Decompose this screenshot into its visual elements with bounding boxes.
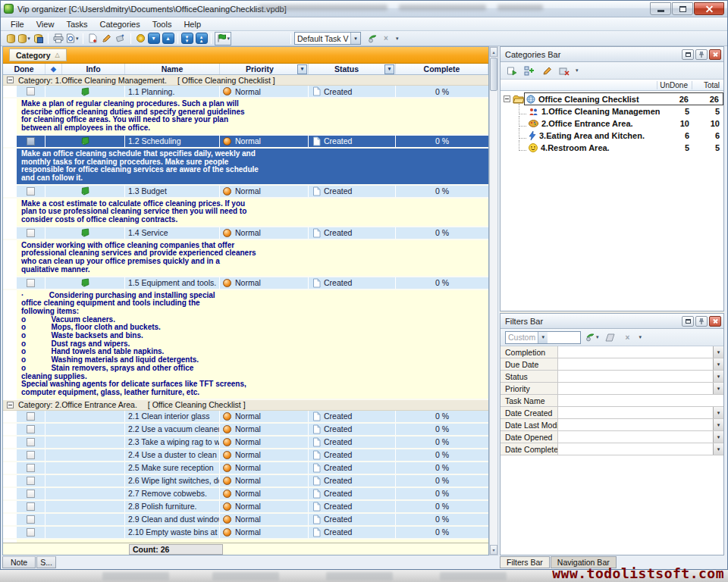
- panel-pin-button[interactable]: [695, 316, 708, 327]
- task-row[interactable]: 2.1 Clean interior glassNormalCreated0 %: [3, 411, 488, 424]
- priority-filter-button[interactable]: ▾: [297, 64, 307, 74]
- filter-value-field[interactable]: [558, 419, 713, 430]
- panel-close-button[interactable]: [709, 49, 721, 60]
- task-row[interactable]: 2.10 Empty waste bins at theNormalCreate…: [3, 527, 488, 540]
- done-checkbox[interactable]: [27, 528, 35, 537]
- task-row[interactable]: 2.4 Use a duster to cleanNormalCreated0 …: [3, 449, 488, 462]
- scroll-thumb[interactable]: [490, 58, 497, 91]
- restore-button[interactable]: [672, 2, 693, 15]
- done-checkbox[interactable]: [27, 279, 35, 287]
- task-row[interactable]: 2.2 Use a vacuum cleaner toNormalCreated…: [3, 424, 488, 436]
- category-tree-item[interactable]: 3.Eating Area and Kitchen.66: [500, 130, 723, 142]
- task-row[interactable]: 2.6 Wipe light switches, doorNormalCreat…: [3, 475, 488, 488]
- filter-value-field[interactable]: [558, 383, 713, 394]
- new-task-button[interactable]: [86, 32, 100, 45]
- menu-tasks[interactable]: Tasks: [61, 19, 93, 30]
- done-checkbox[interactable]: [27, 187, 35, 196]
- done-checkbox[interactable]: [27, 515, 35, 524]
- filter-dropdown-button[interactable]: ▾: [713, 358, 723, 370]
- open-database-button[interactable]: ▾: [17, 32, 31, 45]
- checklist-root-row[interactable]: Office Cleaning Checklist2626: [500, 92, 723, 105]
- column-header-status[interactable]: Status ▾: [309, 64, 396, 74]
- column-header-name[interactable]: Name: [125, 64, 220, 74]
- toolbar-overflow-icon[interactable]: ▾: [396, 36, 399, 42]
- done-checkbox[interactable]: [27, 464, 35, 472]
- task-view-dropdown-button[interactable]: ▾: [350, 33, 360, 44]
- panel-close-button[interactable]: [709, 316, 721, 327]
- panel-restore-button[interactable]: [682, 49, 694, 60]
- filter-value-field[interactable]: [558, 371, 713, 382]
- attachment-column-header[interactable]: ◆: [46, 64, 62, 74]
- filter-dropdown-button[interactable]: ▾: [713, 419, 723, 430]
- task-row[interactable]: 1.4 ServiceNormalCreated0 %: [3, 227, 488, 240]
- column-header-total[interactable]: Total: [692, 81, 723, 89]
- task-row[interactable]: 1.5 Equipment and tools.NormalCreated0 %: [3, 277, 488, 290]
- task-row[interactable]: 2.9 Clean and dust windowNormalCreated0 …: [3, 514, 488, 527]
- task-row[interactable]: 2.5 Make sure receptionNormalCreated0 %: [3, 462, 488, 475]
- categories-toolbar-overflow-icon[interactable]: ▾: [576, 67, 579, 74]
- delete-task-button[interactable]: [114, 32, 127, 45]
- panel-pin-button[interactable]: [695, 49, 708, 60]
- edit-category-button[interactable]: [540, 64, 554, 77]
- complete-task-button[interactable]: [134, 32, 148, 45]
- category-group-row[interactable]: Category: 1.Office Cleaning Management.[…: [3, 75, 488, 86]
- categories-bar-header[interactable]: Categories Bar: [500, 47, 723, 62]
- view-flag-button[interactable]: ▾: [215, 32, 232, 45]
- filter-value-field[interactable]: [558, 431, 713, 443]
- task-row[interactable]: 1.2 SchedulingNormalCreated0 %: [3, 136, 488, 149]
- task-row[interactable]: 2.3 Take a wiping rag to washNormalCreat…: [3, 436, 488, 449]
- column-header-info[interactable]: Info: [62, 64, 125, 74]
- tab-note[interactable]: Note: [2, 556, 36, 568]
- task-row[interactable]: 2.8 Polish furniture.NormalCreated0 %: [3, 501, 488, 514]
- collapse-expander-icon[interactable]: [7, 402, 14, 408]
- column-header-complete[interactable]: Complete: [396, 64, 488, 74]
- filter-dropdown-button[interactable]: ▾: [713, 383, 723, 394]
- done-checkbox[interactable]: [27, 502, 35, 511]
- move-down-button[interactable]: ▾: [148, 33, 160, 44]
- scroll-up-button[interactable]: ▴: [490, 47, 497, 57]
- column-header-undone[interactable]: UnDone: [657, 81, 692, 89]
- done-checkbox[interactable]: [27, 87, 35, 95]
- filter-dropdown-button[interactable]: ▾: [713, 346, 723, 358]
- move-up-button[interactable]: ▴: [162, 33, 174, 44]
- column-header-done[interactable]: Done: [3, 64, 46, 74]
- new-database-button[interactable]: [4, 32, 17, 45]
- category-tree-item[interactable]: 1.Office Cleaning Management.55: [500, 105, 723, 117]
- filter-dropdown-button[interactable]: ▾: [713, 443, 723, 455]
- filter-preset-dropdown-button[interactable]: ▾: [538, 332, 548, 343]
- clear-filter-button[interactable]: [604, 330, 617, 344]
- status-filter-button[interactable]: ▾: [384, 64, 394, 74]
- save-database-button[interactable]: [31, 32, 45, 45]
- filter-value-field[interactable]: [558, 358, 713, 370]
- tab-s[interactable]: S...: [36, 556, 56, 568]
- menu-file[interactable]: File: [5, 19, 30, 30]
- panel-restore-button[interactable]: [682, 316, 694, 327]
- new-category-button[interactable]: [522, 64, 536, 77]
- clear-view-button[interactable]: ×: [379, 32, 393, 45]
- category-tree-item[interactable]: 2.Office Entrance Area.1010: [500, 117, 723, 130]
- filter-value-field[interactable]: [558, 407, 713, 418]
- scroll-down-button[interactable]: ▾: [490, 545, 497, 555]
- move-to-top-button[interactable]: ▴▴: [196, 33, 208, 44]
- column-header-priority[interactable]: Priority ▾: [220, 64, 309, 74]
- filter-dropdown-button[interactable]: ▾: [713, 431, 723, 443]
- task-row[interactable]: 1.1 Planning.NormalCreated0 %: [3, 86, 488, 99]
- apply-view-button[interactable]: [366, 32, 379, 45]
- collapse-expander-icon[interactable]: [504, 95, 510, 102]
- category-group-row[interactable]: Category: 2.Office Entrance Area.[ Offic…: [3, 400, 488, 411]
- task-row[interactable]: 1.3 BudgetNormalCreated0 %: [3, 186, 488, 199]
- done-checkbox[interactable]: [27, 477, 35, 485]
- done-checkbox[interactable]: [27, 425, 35, 433]
- delete-filter-button[interactable]: ×: [621, 330, 635, 344]
- filter-value-field[interactable]: [558, 395, 723, 406]
- tab-filters-bar[interactable]: Filters Bar: [500, 556, 550, 568]
- filter-value-field[interactable]: [558, 346, 713, 358]
- menu-categories[interactable]: Categories: [95, 19, 146, 30]
- category-tree-item[interactable]: 4.Restroom Area.55: [500, 142, 723, 154]
- close-button[interactable]: [694, 2, 724, 15]
- print-button[interactable]: [52, 32, 65, 45]
- menu-help[interactable]: Help: [178, 19, 206, 30]
- grid-vertical-scrollbar[interactable]: ▴ ▾: [489, 46, 498, 555]
- menu-tools[interactable]: Tools: [147, 19, 177, 30]
- new-checklist-button[interactable]: [505, 64, 519, 77]
